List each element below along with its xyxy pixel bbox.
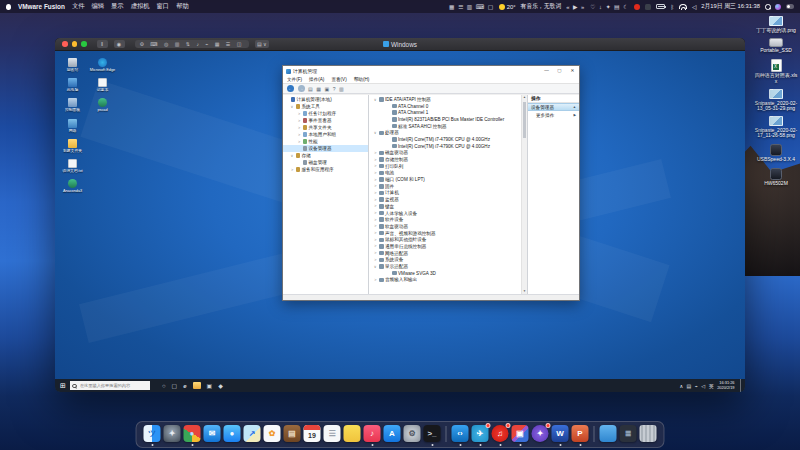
desktop-file-icon[interactable]: 丁丁哥说的话.png [753,16,799,33]
tree-item[interactable]: > 服务和应用程序 [283,166,368,173]
taskbar-app-icon[interactable]: ▣ [207,382,213,389]
dock-item[interactable]: A [384,425,401,442]
device-row[interactable]: ∨ 显示适配器 [369,263,527,270]
tree-item[interactable]: 磁盘管理 [283,159,368,166]
expand-arrow-icon[interactable]: > [290,168,294,172]
expand-arrow-icon[interactable]: ∨ [373,97,378,102]
tree-item[interactable]: 设备管理器 [283,145,368,152]
spotlight-search-icon[interactable] [765,4,770,9]
taskbar-app-icon[interactable]: e [183,383,186,389]
search-input[interactable] [78,382,148,389]
expand-arrow-icon[interactable]: > [297,119,301,123]
taskbar-app-icon[interactable]: ○ [162,383,166,389]
cm-minimize-button[interactable]: — [540,66,553,76]
expand-arrow-icon[interactable]: ∨ [290,104,294,109]
device-row[interactable]: > 鼠标和其他指针设备 [369,236,527,243]
tree-item[interactable]: > 本地用户和组 [283,131,368,138]
vm-screen[interactable]: 回收站 此电脑 控制面板 [55,51,745,392]
tree-item[interactable]: > 事件查看器 [283,117,368,124]
expand-arrow-icon[interactable]: > [373,191,378,195]
expand-arrow-icon[interactable]: > [373,158,378,162]
vm-toolbar-extra[interactable]: ▤ ∨ [255,40,269,49]
dock-item[interactable]: ↗ [244,425,261,442]
vmware-title-bar[interactable]: ‖ ◉ ⚙ ⌨ ◎ ▥ ⇅ ♪ ⌁ ▦ ☰ ◫ ▤ ∨ Windows [55,38,745,51]
cm-menu-item[interactable]: 查看(V) [331,77,346,82]
device-row[interactable]: > 磁盘驱动器 [369,150,527,157]
expand-arrow-icon[interactable]: > [373,244,378,248]
device-row[interactable]: > 软件设备 [369,216,527,223]
weather-item[interactable]: 20° [499,4,515,10]
dock-item[interactable]: ≣ [620,425,637,442]
device-row[interactable]: Intel(R) Core(TM) i7-4790K CPU @ 4.00GHz [369,136,527,143]
scroll-up-arrow[interactable]: ▲ [522,95,527,100]
device-row[interactable]: > 固件 [369,183,527,190]
tree-item[interactable]: ∨ 系统工具 [283,103,368,110]
dock-item[interactable]: ✦ [164,425,181,442]
status-app-icons[interactable]: ▦ ☰ ▥ ⌨ ▢ [449,4,494,10]
menu-item[interactable]: 编辑 [91,2,104,11]
expand-arrow-icon[interactable]: > [373,251,378,255]
cm-title-bar[interactable]: 计算机管理 — ▢ ✕ [283,66,579,76]
dock-item[interactable]: ✈ [472,425,489,442]
app-menu-icon[interactable] [645,4,651,10]
apple-menu-icon[interactable] [6,4,11,10]
tray-icon[interactable]: ⌁ [695,383,698,389]
menu-item[interactable]: 文件 [72,2,85,11]
tray-icon[interactable]: 英 [709,383,714,389]
device-row[interactable]: 标准 SATA AHCI 控制器 [369,123,527,130]
windows-desktop-icon[interactable]: 记事本 [89,78,116,92]
menu-item[interactable]: 显示 [111,2,124,11]
dock-item[interactable]: ♫ [492,425,509,442]
dock-item[interactable]: W [552,425,569,442]
device-row[interactable]: VMware SVGA 3D [369,270,527,277]
dock-item[interactable]: 19 [304,425,321,442]
expand-arrow-icon[interactable]: > [373,258,378,262]
expand-arrow-icon[interactable]: ∨ [373,264,378,269]
cm-menu-item[interactable]: 帮助(H) [354,77,370,82]
menu-item[interactable]: 窗口 [157,2,170,11]
minimize-button[interactable] [72,41,78,47]
cm-menu-item[interactable]: 文件(F) [287,77,302,82]
toolbar-icon[interactable]: ▦ [316,86,321,92]
desktop-file-icon[interactable]: Snipaste_2020-02-13_05-31-29.png [753,89,799,111]
dock-item[interactable]: ✉ [204,425,221,442]
collapse-icon[interactable]: ▲ [573,105,576,109]
dock-item[interactable]: ● [224,425,241,442]
device-row[interactable]: > 通用串行总线控制器 [369,243,527,250]
expand-arrow-icon[interactable]: > [297,126,301,130]
snapshot-button[interactable]: ◉ [114,40,125,49]
expand-arrow-icon[interactable]: > [297,133,301,137]
scrollbar-thumb[interactable] [523,102,526,138]
desktop-file-icon[interactable]: USBSpeed-3.X.4 [753,144,799,163]
desktop-file-icon[interactable]: Snipaste_2020-02-17_11-26-58.png [753,116,799,138]
vm-toolbar-icons[interactable]: ⚙ ⌨ ◎ ▥ ⇅ ♪ ⌁ ▦ ☰ ◫ [135,40,249,49]
dock-item[interactable] [600,425,617,442]
expand-arrow-icon[interactable]: > [297,112,301,116]
expand-arrow-icon[interactable]: > [373,184,378,188]
windows-desktop-icon[interactable]: Anaconda3 [59,179,86,193]
windows-desktop-icon[interactable]: 网络 [59,119,86,133]
expand-arrow-icon[interactable]: > [373,211,378,215]
dock-item[interactable]: ▣ [512,425,529,442]
device-row[interactable]: > 计算机 [369,190,527,197]
tray-icon[interactable]: ◁ [701,383,705,389]
desktop-file-icon[interactable]: HW6502M [753,168,799,187]
menu-clock[interactable]: 2月19日 周三 16:31:38 [701,2,760,11]
dock-item[interactable]: >_ [424,425,441,442]
device-row[interactable]: > 打印队列 [369,163,527,170]
device-row[interactable]: Intel(R) Core(TM) i7-4790K CPU @ 4.00GHz [369,143,527,150]
toolbar-icon[interactable]: ▤ [308,86,313,92]
dock-item[interactable]: ♪ [364,425,381,442]
battery-icon[interactable] [656,4,665,9]
cm-menu-item[interactable]: 操作(A) [309,77,324,82]
start-button[interactable]: ⊞ [60,379,66,392]
dock-item[interactable]: ツ [144,425,161,442]
windows-desktop-icon[interactable]: 回收站 [59,58,86,72]
tray-icon[interactable]: ∧ [679,383,683,389]
dock-item[interactable]: ✦ [532,425,549,442]
taskbar-app-icon[interactable]: ◆ [218,382,223,389]
tree-item[interactable]: > 任务计划程序 [283,110,368,117]
tree-item[interactable]: > 性能 [283,138,368,145]
expand-arrow-icon[interactable]: > [373,231,378,235]
show-desktop-button[interactable] [740,379,742,392]
